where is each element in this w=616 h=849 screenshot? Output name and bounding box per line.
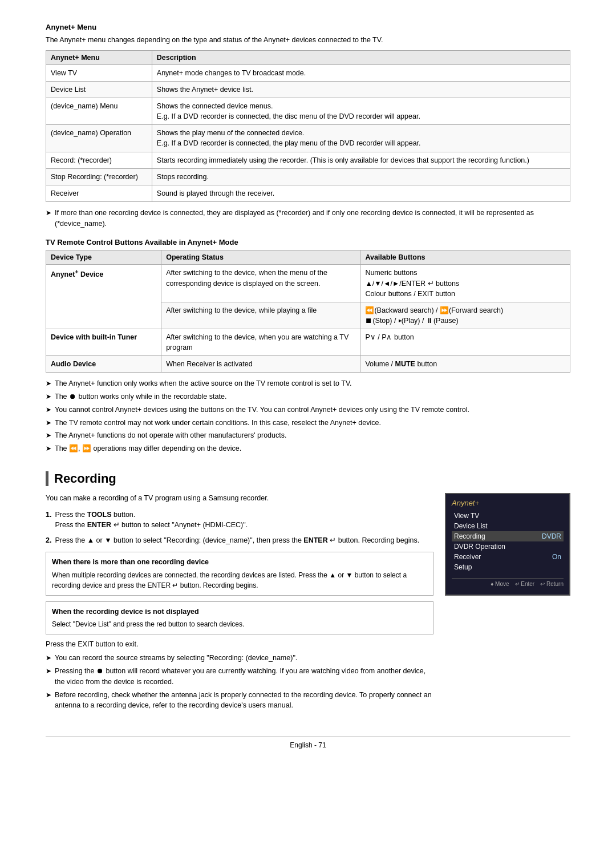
tuner-device-type: Device with built-in Tuner — [46, 329, 161, 356]
table-row: (device_name) OperationShows the play me… — [46, 125, 570, 152]
audio-status: When Receiver is activated — [161, 356, 360, 373]
note-item: ➤The Anynet+ function only works when th… — [46, 378, 570, 389]
anynet-menu-desc: Shows the play menu of the connected dev… — [152, 125, 570, 152]
table-row: (device_name) MenuShows the connected de… — [46, 98, 570, 125]
arrow-icon: ➤ — [46, 666, 51, 676]
table-row: ReceiverSound is played through the rece… — [46, 185, 570, 201]
recording-left-column: You can make a recording of a TV program… — [46, 493, 433, 719]
table-row: Device ListShows the Anynet+ device list… — [46, 81, 570, 98]
step-line: Press the ENTER ↵ button to select "Anyn… — [55, 521, 248, 529]
tv-menu-item: Setup — [452, 562, 564, 572]
tv-menu-item-value: On — [552, 553, 561, 561]
recording-header: Recording — [46, 471, 570, 486]
anynet-buttons-2: ⏪(Backward search) / ⏩(Forward search) ⏹… — [360, 302, 570, 329]
tv-menu-item-value: DVDR — [542, 532, 561, 540]
tv-menu-item: View TV — [452, 511, 564, 521]
tv-remote-section: TV Remote Control Buttons Available in A… — [46, 238, 570, 454]
note-item: ➤You can record the source streams by se… — [46, 653, 433, 664]
available-buttons-header: Available Buttons — [360, 250, 570, 265]
anynet-menu-table: Anynet+ Menu Description View TVAnynet+ … — [46, 50, 570, 202]
anynet-menu-item: Device List — [46, 81, 152, 98]
tv-menu-footer-enter: ↵ Enter — [515, 581, 535, 587]
anynet-menu-title: Anynet+ Menu — [46, 23, 570, 31]
tv-menu-item-label: Recording — [454, 532, 485, 540]
tuner-status: After switching to the device, when you … — [161, 329, 360, 356]
tv-menu-footer-return: ↩ Return — [540, 581, 564, 587]
note-text: The Anynet+ function only works when the… — [55, 378, 352, 389]
note-text: The ⏺ button works only while in the rec… — [55, 391, 226, 402]
device-type-header: Device Type — [46, 250, 161, 265]
recording-section: Recording You can make a recording of a … — [46, 471, 570, 719]
arrow-icon: ➤ — [46, 208, 51, 218]
step-line: Press the ▲ or ▼ button to select "Recor… — [55, 536, 419, 544]
anynet-menu-desc: Shows the connected device menus. E.g. I… — [152, 98, 570, 125]
recording-notes: ➤You can record the source streams by se… — [46, 653, 433, 711]
tv-menu-item-label: View TV — [454, 512, 479, 520]
callout-more-devices-title: When there is more than one recording de… — [52, 557, 427, 568]
anynet-menu-desc: Shows the Anynet+ device list. — [152, 81, 570, 98]
table-row: View TVAnynet+ mode changes to TV broadc… — [46, 64, 570, 81]
anynet-buttons-1: Numeric buttons ▲/▼/◄/►/ENTER ↵ buttons … — [360, 265, 570, 302]
tv-menu-item: Device List — [452, 521, 564, 531]
recording-right-column: Anynet+ View TVDevice ListRecordingDVDRD… — [445, 493, 570, 719]
note-text: You cannot control Anynet+ devices using… — [55, 405, 469, 415]
note-item: ➤The TV remote control may not work unde… — [46, 418, 570, 428]
note-item: ➤You cannot control Anynet+ devices usin… — [46, 405, 570, 415]
note-text: The Anynet+ functions do not operate wit… — [55, 430, 286, 441]
anynet-menu-item: (device_name) Operation — [46, 125, 152, 152]
step-text: Press the ▲ or ▼ button to select "Recor… — [55, 535, 419, 546]
note-item: ➤Before recording, check whether the ant… — [46, 690, 433, 711]
tv-menu-mockup: Anynet+ View TVDevice ListRecordingDVDRD… — [445, 493, 570, 596]
tv-menu-item-label: Receiver — [454, 553, 481, 561]
callout-more-devices-body: When multiple recording devices are conn… — [52, 570, 427, 591]
tv-menu-item: RecordingDVDR — [452, 531, 564, 541]
step-number: 1. — [46, 510, 51, 531]
recording-intro: You can make a recording of a TV program… — [46, 493, 433, 504]
step-number: 2. — [46, 535, 51, 546]
tv-menu-item-label: Setup — [454, 563, 472, 571]
tv-menu-item-label: Device List — [454, 522, 488, 530]
step-line: Press the TOOLS button. — [55, 511, 135, 519]
tv-remote-title: TV Remote Control Buttons Available in A… — [46, 238, 570, 246]
note-text: If more than one recording device is con… — [55, 208, 570, 229]
arrow-icon: ➤ — [46, 378, 51, 389]
anynet-menu-item: Stop Recording: (*recorder) — [46, 168, 152, 185]
anynet-status-2: After switching to the device, while pla… — [161, 302, 360, 329]
arrow-icon: ➤ — [46, 653, 51, 663]
page-footer: English - 71 — [46, 736, 570, 749]
anynet-menu-item: View TV — [46, 64, 152, 81]
tv-menu-footer: ♦ Move ↵ Enter ↩ Return — [452, 578, 564, 587]
arrow-icon: ➤ — [46, 405, 51, 415]
tv-menu-item-label: DVDR Operation — [454, 543, 505, 551]
operating-status-header: Operating Status — [161, 250, 360, 265]
after-callouts-text: Press the EXIT button to exit. — [46, 640, 433, 648]
tuner-buttons: P∨ / P∧ button — [360, 329, 570, 356]
page-number: English - 71 — [290, 741, 326, 749]
audio-device-type: Audio Device — [46, 356, 161, 373]
anynet-menu-item: (device_name) Menu — [46, 98, 152, 125]
anynet-menu-item: Record: (*recorder) — [46, 152, 152, 168]
tv-menu-footer-move: ♦ Move — [491, 581, 509, 587]
recording-title: Recording — [54, 471, 570, 486]
callout-not-displayed: When the recording device is not display… — [46, 601, 433, 635]
arrow-icon: ➤ — [46, 391, 51, 402]
anynet-menu-col-header: Anynet+ Menu — [46, 50, 152, 64]
anynet-menu-intro: The Anynet+ menu changes depending on th… — [46, 35, 570, 46]
note-text: You can record the source streams by sel… — [55, 653, 297, 664]
anynet-description-col-header: Description — [152, 50, 570, 64]
callout-more-devices: When there is more than one recording de… — [46, 552, 433, 596]
tv-remote-notes: ➤The Anynet+ function only works when th… — [46, 378, 570, 454]
anynet-menu-desc: Sound is played through the receiver. — [152, 185, 570, 201]
arrow-icon: ➤ — [46, 690, 51, 700]
note-text: The TV remote control may not work under… — [55, 418, 381, 428]
note-item: ➤The ⏪, ⏩ operations may differ dependin… — [46, 443, 570, 454]
callout-not-displayed-body: Select "Device List" and press the red b… — [52, 619, 427, 629]
note-item: ➤If more than one recording device is co… — [46, 208, 570, 229]
table-row: Record: (*recorder)Starts recording imme… — [46, 152, 570, 168]
anynet-menu-desc: Stops recording. — [152, 168, 570, 185]
step-item: 2.Press the ▲ or ▼ button to select "Rec… — [46, 535, 433, 546]
step-text: Press the TOOLS button.Press the ENTER ↵… — [55, 510, 248, 531]
tv-menu-item: DVDR Operation — [452, 541, 564, 552]
anynet-menu-item: Receiver — [46, 185, 152, 201]
anynet-menu-desc: Starts recording immediately using the r… — [152, 152, 570, 168]
